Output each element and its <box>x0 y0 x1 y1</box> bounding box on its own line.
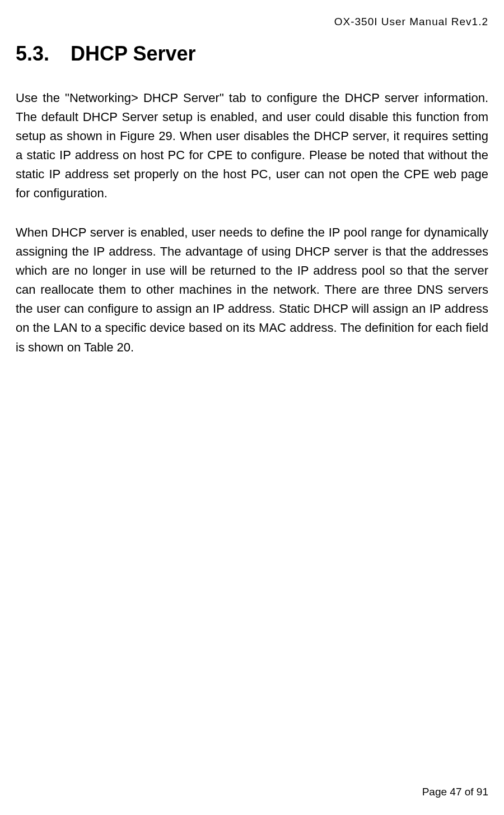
section-number: 5.3. <box>16 42 49 66</box>
document-header: OX-350I User Manual Rev1.2 <box>334 16 488 28</box>
page-footer: Page 47 of 91 <box>422 786 488 798</box>
paragraph-2: When DHCP server is enabled, user needs … <box>16 223 488 357</box>
section-heading: 5.3. DHCP Server <box>16 42 196 66</box>
section-title: DHCP Server <box>71 42 195 66</box>
paragraph-1: Use the "Networking> DHCP Server" tab to… <box>16 89 488 203</box>
